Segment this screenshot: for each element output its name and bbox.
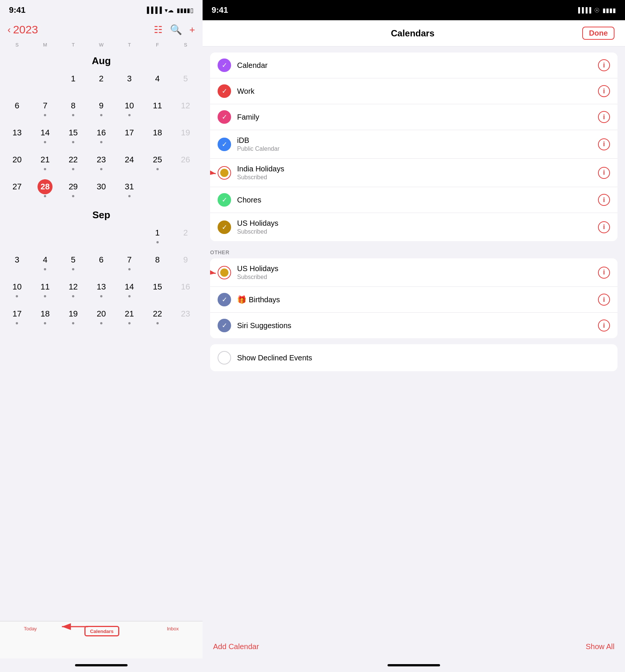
sep-day-3[interactable]: 3 <box>9 252 24 267</box>
cal-cell[interactable]: 19 <box>171 124 200 151</box>
chores-info-button[interactable]: i <box>598 194 610 206</box>
cal-day-23[interactable]: 23 <box>94 152 109 167</box>
cal-cell[interactable]: 17 <box>3 305 31 332</box>
cal-day-10[interactable]: 10 <box>122 98 137 113</box>
cal-day-16[interactable]: 16 <box>94 125 109 140</box>
cal-day-24[interactable]: 24 <box>122 152 137 167</box>
cal-day-4[interactable]: 4 <box>150 71 165 86</box>
list-item-india-holidays[interactable]: India Holidays Subscribed i <box>210 159 617 187</box>
show-all-button[interactable]: Show All <box>586 642 614 651</box>
cal-cell[interactable]: 5 <box>171 70 200 97</box>
cal-cell[interactable]: 23 <box>171 305 200 332</box>
cal-cell[interactable]: 2 <box>87 70 116 97</box>
nav-calendars[interactable]: Calendars <box>84 626 119 636</box>
search-icon[interactable]: 🔍 <box>170 24 182 36</box>
cal-cell[interactable]: 2 <box>171 224 200 251</box>
cal-cell[interactable]: 21 <box>115 305 143 332</box>
cal-cell[interactable]: 8 <box>143 251 171 278</box>
cal-day-15[interactable]: 15 <box>66 125 81 140</box>
chores-check-icon[interactable]: ✓ <box>218 193 231 207</box>
cal-cell[interactable]: 25 <box>143 151 171 178</box>
cal-cell[interactable]: 13 <box>3 124 31 151</box>
cal-cell[interactable]: 14 <box>31 124 59 151</box>
cal-cell[interactable]: 16 <box>87 124 116 151</box>
cal-day-8[interactable]: 8 <box>66 98 81 113</box>
cal-day-3[interactable]: 3 <box>122 71 137 86</box>
sep-day-11[interactable]: 11 <box>38 279 53 294</box>
sep-day-23[interactable]: 23 <box>178 306 193 321</box>
add-event-icon[interactable]: + <box>189 24 195 36</box>
cal-day-29[interactable]: 29 <box>66 179 81 194</box>
sep-day-18[interactable]: 18 <box>38 306 53 321</box>
cal-day-2[interactable]: 2 <box>94 71 109 86</box>
india-holidays-info-button[interactable]: i <box>598 167 610 179</box>
cal-cell[interactable]: 12 <box>171 97 200 124</box>
cal-cell[interactable]: 10 <box>3 278 31 305</box>
cal-day-12[interactable]: 12 <box>178 98 193 113</box>
cal-day-17[interactable]: 17 <box>122 125 137 140</box>
cal-cell[interactable]: 7 <box>115 251 143 278</box>
cal-cell[interactable]: 10 <box>115 97 143 124</box>
calendar-info-button[interactable]: i <box>598 59 610 71</box>
cal-cell[interactable]: 17 <box>115 124 143 151</box>
nav-today-label[interactable]: Today <box>24 626 37 632</box>
sep-day-4[interactable]: 4 <box>38 252 53 267</box>
done-label[interactable]: Done <box>589 29 608 37</box>
cal-cell[interactable]: 4 <box>31 251 59 278</box>
cal-cell[interactable]: 15 <box>59 124 87 151</box>
list-item-family[interactable]: ✓ Family i <box>210 104 617 130</box>
sep-day-20[interactable]: 20 <box>94 306 109 321</box>
sep-day-9[interactable]: 9 <box>178 252 193 267</box>
nav-inbox-label[interactable]: Inbox <box>167 626 179 632</box>
cal-day-20[interactable]: 20 <box>9 152 24 167</box>
cal-day-19[interactable]: 19 <box>178 125 193 140</box>
cal-cell[interactable]: 6 <box>87 251 116 278</box>
nav-calendars-label[interactable]: Calendars <box>90 628 114 634</box>
us-holidays-main-info-button[interactable]: i <box>598 221 610 233</box>
cal-cell[interactable]: 28 <box>31 178 59 205</box>
birthdays-info-button[interactable]: i <box>598 294 610 306</box>
cal-day-26[interactable]: 26 <box>178 152 193 167</box>
cal-cell[interactable]: 20 <box>87 305 116 332</box>
cal-cell[interactable]: 4 <box>143 70 171 97</box>
cal-day-22[interactable]: 22 <box>66 152 81 167</box>
cal-cell[interactable]: 11 <box>31 278 59 305</box>
cal-day-28-today[interactable]: 28 <box>38 179 53 194</box>
siri-check-icon[interactable]: ✓ <box>218 319 231 332</box>
list-item-us-holidays-main[interactable]: ✓ US Holidays Subscribed i <box>210 213 617 241</box>
sep-day-15[interactable]: 15 <box>150 279 165 294</box>
cal-cell[interactable]: 6 <box>3 97 31 124</box>
nav-today[interactable]: Today <box>24 626 37 632</box>
sep-day-14[interactable]: 14 <box>122 279 137 294</box>
idb-info-button[interactable]: i <box>598 138 610 150</box>
sep-day-1[interactable]: 1 <box>150 225 165 240</box>
family-check-icon[interactable]: ✓ <box>218 110 231 124</box>
cal-cell[interactable]: 20 <box>3 151 31 178</box>
add-calendar-button[interactable]: Add Calendar <box>213 642 259 651</box>
sep-day-10[interactable]: 10 <box>9 279 24 294</box>
cal-cell[interactable]: 11 <box>143 97 171 124</box>
cal-day-7[interactable]: 7 <box>38 98 53 113</box>
inbox-icon[interactable]: ☷ <box>154 24 162 36</box>
cal-cell[interactable]: 18 <box>143 124 171 151</box>
cal-cell[interactable]: 3 <box>3 251 31 278</box>
list-item-chores[interactable]: ✓ Chores i <box>210 187 617 213</box>
cal-cell[interactable]: 29 <box>59 178 87 205</box>
cal-day-27[interactable]: 27 <box>9 179 24 194</box>
cal-cell[interactable]: 8 <box>59 97 87 124</box>
back-chevron-icon[interactable]: ‹ <box>8 24 11 36</box>
cal-cell[interactable]: 7 <box>31 97 59 124</box>
cal-day-9[interactable]: 9 <box>94 98 109 113</box>
cal-day-11[interactable]: 11 <box>150 98 165 113</box>
cal-cell[interactable]: 26 <box>171 151 200 178</box>
sep-day-16[interactable]: 16 <box>178 279 193 294</box>
cal-cell[interactable]: 22 <box>143 305 171 332</box>
cal-cell[interactable]: 16 <box>171 278 200 305</box>
cal-day-31[interactable]: 31 <box>122 179 137 194</box>
cal-day-1[interactable]: 1 <box>66 71 81 86</box>
cal-cell[interactable]: 3 <box>115 70 143 97</box>
cal-cell[interactable]: 31 <box>115 178 143 205</box>
list-item-work[interactable]: ✓ Work i <box>210 78 617 104</box>
sep-day-7[interactable]: 7 <box>122 252 137 267</box>
nav-inbox[interactable]: Inbox <box>167 626 179 632</box>
